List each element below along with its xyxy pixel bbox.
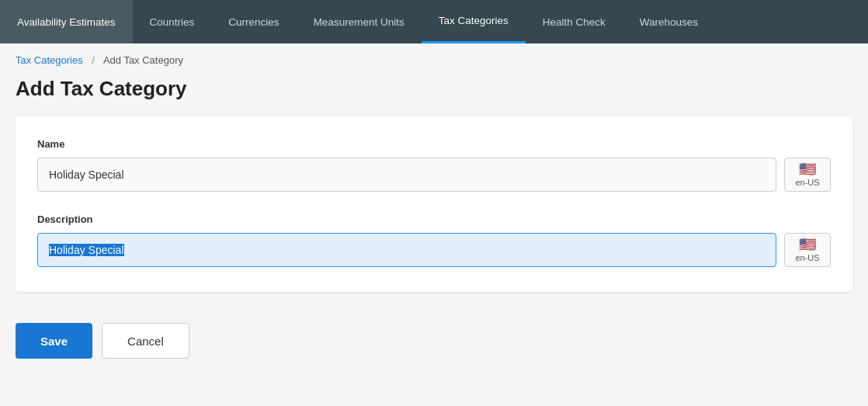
name-locale-button[interactable]: 🇺🇸 en-US: [784, 158, 831, 192]
nav-item-countries[interactable]: Countries: [133, 0, 212, 43]
breadcrumb-current: Add Tax Category: [103, 54, 183, 66]
description-input-wrapper: 🇺🇸 en-US: [37, 233, 831, 267]
nav-item-measurement-units[interactable]: Measurement Units: [297, 0, 422, 43]
form-card: Name 🇺🇸 en-US Description 🇺🇸 en-US: [16, 116, 852, 292]
description-label: Description: [37, 213, 831, 225]
nav-item-health-check[interactable]: Health Check: [526, 0, 623, 43]
top-nav: Availability Estimates Countries Currenc…: [0, 0, 868, 43]
description-field: Description 🇺🇸 en-US: [37, 213, 831, 267]
description-input[interactable]: [37, 233, 776, 267]
description-flag-icon: 🇺🇸: [799, 238, 816, 252]
actions-bar: Save Cancel: [0, 311, 868, 371]
nav-item-availability-estimates[interactable]: Availability Estimates: [0, 0, 133, 43]
name-locale-label: en-US: [795, 178, 819, 187]
save-button[interactable]: Save: [16, 323, 92, 359]
description-locale-label: en-US: [795, 253, 819, 262]
name-flag-icon: 🇺🇸: [799, 162, 816, 176]
name-field: Name 🇺🇸 en-US: [37, 138, 831, 192]
breadcrumb: Tax Categories / Add Tax Category: [0, 43, 868, 71]
nav-item-currencies[interactable]: Currencies: [211, 0, 296, 43]
breadcrumb-separator: /: [92, 54, 95, 66]
breadcrumb-parent-link[interactable]: Tax Categories: [16, 54, 83, 66]
nav-item-tax-categories[interactable]: Tax Categories: [422, 0, 526, 43]
name-input-wrapper: 🇺🇸 en-US: [37, 158, 831, 192]
cancel-button[interactable]: Cancel: [102, 323, 189, 359]
nav-item-warehouses[interactable]: Warehouses: [623, 0, 715, 43]
page-title: Add Tax Category: [0, 71, 868, 116]
name-label: Name: [37, 138, 831, 150]
description-locale-button[interactable]: 🇺🇸 en-US: [784, 233, 831, 267]
name-input[interactable]: [37, 158, 776, 192]
